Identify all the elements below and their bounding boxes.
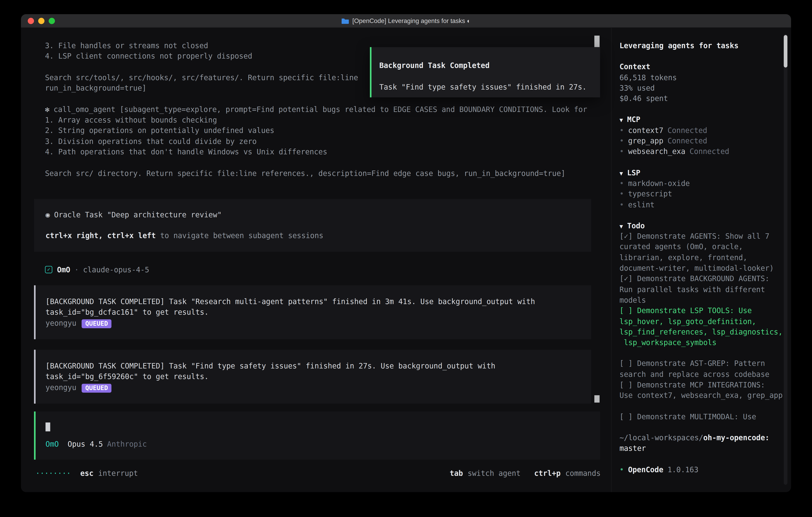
queued-message: [BACKGROUND TASK COMPLETED] Task "Resear…	[34, 285, 591, 339]
tool-call-footer: Search src/ directory. Return specific f…	[45, 168, 611, 178]
message-text: [BACKGROUND TASK COMPLETED] Task "Find t…	[46, 361, 569, 382]
workspace-branch: master	[619, 443, 787, 454]
lsp-name: eslint	[628, 200, 655, 209]
agent-model: claude-opus-4-5	[83, 264, 149, 275]
oracle-task-title-line: ◉Oracle Task "Deep architecture review"	[46, 209, 580, 220]
traffic-lights	[28, 18, 55, 24]
spacer-line	[46, 220, 580, 230]
tool-call-icon: ✻	[45, 105, 49, 113]
window-title-text: [OpenCode] Leveraging agents for tasks ◐	[352, 17, 471, 24]
message-meta: yeongyuQUEUED	[46, 382, 580, 392]
agent-check-icon: ✓	[45, 266, 52, 273]
window-body: 3. File handles or streams not closed 4.…	[21, 28, 791, 492]
esc-key-hint: esc	[80, 468, 93, 479]
spinner-dots-icon: ········	[35, 468, 71, 479]
lsp-heading[interactable]: ▼LSP	[619, 167, 787, 178]
todo-heading[interactable]: ▼Todo	[619, 220, 787, 231]
todo-item: [✓] Demonstrate BACKGROUND AGENTS: Run p…	[619, 273, 787, 305]
message-author: yeongyu	[46, 319, 77, 327]
mcp-status: Connected	[690, 147, 729, 156]
hint-keys: ctrl+x right, ctrl+x left	[46, 232, 156, 240]
screen: [OpenCode] Leveraging agents for tasks ◐…	[0, 0, 812, 517]
oracle-task-box: ◉Oracle Task "Deep architecture review" …	[34, 199, 591, 252]
input-agent-name: OmO	[46, 440, 59, 448]
context-used: 33% used	[619, 83, 787, 93]
prompt-input[interactable]: OmOOpus 4.5Anthropic	[34, 411, 600, 460]
todo-item: [ ] Demonstrate AST-GREP: Pattern search…	[619, 358, 787, 379]
toast-body: Task "Find type safety issues" finished …	[379, 81, 592, 92]
workspace-path: ~/local-workspaces/oh-my-opencode:	[619, 432, 787, 443]
oracle-task-hint: ctrl+x right, ctrl+x left to navigate be…	[46, 230, 580, 241]
scrollbar-thumb[interactable]	[784, 35, 787, 67]
queued-message: [BACKGROUND TASK COMPLETED] Task "Find t…	[34, 350, 591, 404]
tool-call-list-item: 2. String operations on potentially unde…	[45, 125, 611, 136]
workspace-info: ~/local-workspaces/oh-my-opencode: maste…	[619, 432, 787, 454]
todo-item: [✓] Demonstrate AGENTS: Show all 7 curat…	[619, 231, 787, 273]
spacer-line	[45, 157, 611, 168]
tool-call-line: ✻call_omo_agent [subagent_type=explore, …	[45, 104, 611, 115]
mcp-name: websearch_exa	[628, 147, 685, 156]
terminal-main-pane: 3. File handles or streams not closed 4.…	[21, 28, 611, 492]
statusbar-right: tab switch agent ctrl+p commands	[450, 468, 601, 479]
bullet-icon: •	[619, 137, 624, 145]
status-bar: ········ esc interrupt tab switch agent …	[35, 468, 601, 479]
folder-icon	[342, 18, 349, 24]
input-model-name: Opus 4.5	[68, 440, 103, 448]
input-provider-name: Anthropic	[107, 440, 147, 448]
oracle-task-title: Oracle Task "Deep architecture review"	[54, 210, 222, 219]
app-version-number: 1.0.163	[668, 465, 698, 473]
queued-badge: QUEUED	[82, 383, 112, 392]
chevron-down-icon: ▼	[619, 223, 623, 230]
scrollbar-track[interactable]	[784, 34, 787, 485]
scrollbar-thumb[interactable]	[594, 395, 600, 403]
context-spent: $0.46 spent	[619, 93, 787, 104]
bullet-icon: •	[619, 465, 624, 473]
context-heading: Context	[619, 61, 787, 72]
lsp-item-markdown-oxide: •markdown-oxide	[619, 178, 787, 189]
bullet-icon: •	[619, 179, 624, 187]
tool-call-list-item: 1. Array access without bounds checking	[45, 115, 611, 125]
lsp-name: markdown-oxide	[628, 179, 690, 187]
mcp-item-context7: •context7Connected	[619, 125, 787, 136]
ctrlp-key-hint: ctrl+p	[534, 468, 561, 479]
hint-text: to navigate between subagent sessions	[156, 232, 323, 240]
scrollbar-thumb[interactable]	[594, 35, 600, 47]
tool-call-list-item: 4. Path operations that don't handle Win…	[45, 146, 611, 157]
lsp-item-eslint: •eslint	[619, 199, 787, 210]
text-cursor	[46, 423, 50, 431]
tool-call-list-item: 3. Division operations that could divide…	[45, 136, 611, 146]
bullet-icon: •	[619, 126, 624, 135]
todo-heading-label: Todo	[627, 221, 645, 230]
mcp-heading[interactable]: ▼MCP	[619, 114, 787, 125]
app-name: OpenCode	[628, 465, 663, 473]
bullet-icon: •	[619, 147, 624, 156]
input-meta: OmOOpus 4.5Anthropic	[46, 439, 589, 450]
chevron-down-icon: ▼	[619, 117, 623, 124]
minimize-button[interactable]	[38, 18, 45, 24]
tab-key-label: switch agent	[468, 468, 521, 479]
message-author: yeongyu	[46, 383, 77, 391]
bullet-icon: •	[619, 190, 624, 198]
bullet-icon: •	[619, 200, 624, 209]
window-titlebar: [OpenCode] Leveraging agents for tasks ◐	[21, 14, 791, 28]
workspace-name: oh-my-opencode:	[703, 433, 770, 442]
workspace-path-prefix: ~/local-workspaces/	[619, 433, 703, 442]
input-line[interactable]	[46, 422, 589, 432]
lsp-heading-label: LSP	[627, 168, 640, 177]
queued-badge: QUEUED	[82, 319, 112, 328]
app-version: •OpenCode1.0.163	[619, 464, 787, 474]
spacer-line	[379, 71, 592, 81]
zoom-button[interactable]	[49, 18, 55, 24]
todo-item: [ ] Demonstrate MCP INTEGRATIONS: Use co…	[619, 379, 787, 401]
close-button[interactable]	[28, 18, 34, 24]
session-title: Leveraging agents for tasks	[619, 40, 787, 51]
sidebar: Leveraging agents for tasks Context 66,5…	[611, 28, 791, 492]
mcp-status: Connected	[668, 137, 707, 145]
todo-item: [ ] Demonstrate MULTIMODAL: Use	[619, 411, 787, 422]
separator-dot: ·	[75, 264, 79, 275]
mcp-name: context7	[628, 126, 663, 135]
tool-call-head: call_omo_agent [subagent_type=explore, p…	[54, 105, 587, 113]
chevron-down-icon: ▼	[619, 170, 623, 177]
ctrlp-key-label: commands	[566, 468, 601, 479]
mcp-item-websearch-exa: •websearch_exaConnected	[619, 146, 787, 157]
